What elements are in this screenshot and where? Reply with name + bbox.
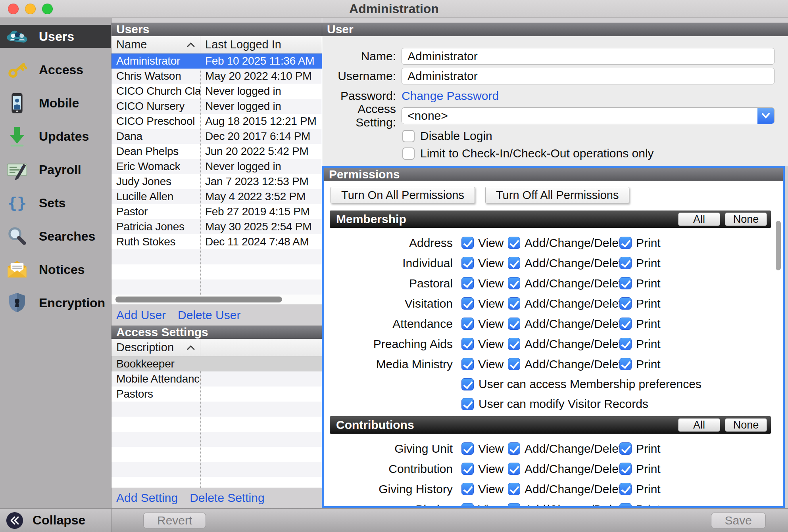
user-row[interactable]: CICO PreschoolAug 18 2015 12:21 PM <box>111 114 322 129</box>
section-all-button[interactable]: All <box>678 418 720 432</box>
acd-checkbox[interactable] <box>508 277 520 289</box>
print-checkbox[interactable] <box>619 318 632 330</box>
sidebar-item-payroll[interactable]: Payroll <box>0 158 111 181</box>
access-setting-row[interactable]: Pastors <box>111 387 322 402</box>
print-checkbox[interactable] <box>619 463 632 475</box>
view-checkbox[interactable] <box>461 483 474 495</box>
user-row[interactable]: Judy JonesJan 7 2023 12:53 PM <box>111 174 322 189</box>
user-row[interactable]: Ruth StokesDec 11 2024 7:48 AM <box>111 234 322 249</box>
acd-checkbox[interactable] <box>508 318 520 330</box>
delete-user-link[interactable]: Delete User <box>178 308 240 322</box>
view-checkbox[interactable] <box>461 338 474 350</box>
acd-checkbox[interactable] <box>508 338 520 350</box>
sidebar-item-users[interactable]: Users <box>0 25 111 48</box>
users-table-body[interactable]: AdministratorFeb 10 2025 11:36 AMChris W… <box>111 54 322 295</box>
add-setting-link[interactable]: Add Setting <box>116 491 178 505</box>
name-input[interactable] <box>402 48 775 65</box>
close-window-button[interactable] <box>8 4 19 14</box>
turn-off-all-permissions-button[interactable]: Turn Off All Permissions <box>485 187 629 203</box>
acd-checkbox[interactable] <box>508 483 520 495</box>
sidebar-item-mobile[interactable]: Mobile <box>0 92 111 115</box>
user-row[interactable]: CICO NurseryNever logged in <box>111 99 322 114</box>
view-checkbox[interactable] <box>461 358 474 370</box>
username-input[interactable] <box>402 68 775 84</box>
limit-checkin-checkbox[interactable] <box>402 147 415 160</box>
horizontal-scrollbar-thumb[interactable] <box>115 297 282 302</box>
delete-setting-link[interactable]: Delete Setting <box>190 491 264 505</box>
disable-login-row[interactable]: Disable Login <box>402 127 788 145</box>
section-none-button[interactable]: None <box>725 418 767 432</box>
sidebar-item-updates[interactable]: Updates <box>0 125 111 148</box>
user-row[interactable]: Patricia JonesMay 30 2025 2:54 PM <box>111 219 322 234</box>
view-checkbox[interactable] <box>461 277 474 289</box>
user-row[interactable]: Chris WatsonMay 20 2022 4:10 PM <box>111 69 322 84</box>
permission-extra-row[interactable]: User can modify Visitor Records <box>461 394 771 414</box>
acd-checkbox[interactable] <box>508 503 520 506</box>
print-checkbox[interactable] <box>619 277 632 289</box>
turn-on-all-permissions-button[interactable]: Turn On All Permissions <box>331 187 475 203</box>
acd-checkbox[interactable] <box>508 257 520 269</box>
user-row[interactable]: Lucille AllenMay 4 2022 3:52 PM <box>111 189 322 204</box>
permission-row-label: Address <box>330 236 453 250</box>
minimize-window-button[interactable] <box>25 4 36 14</box>
sidebar-item-encryption[interactable]: Encryption <box>0 291 111 314</box>
print-checkbox[interactable] <box>619 358 632 370</box>
acd-checkbox[interactable] <box>508 297 520 310</box>
permission-row-label: Visitation <box>330 297 453 310</box>
section-all-button[interactable]: All <box>678 212 720 226</box>
view-checkbox[interactable] <box>461 257 474 269</box>
print-checkbox[interactable] <box>619 503 632 506</box>
print-checkbox[interactable] <box>619 483 632 495</box>
user-row[interactable]: AdministratorFeb 10 2025 11:36 AM <box>111 54 322 69</box>
add-user-link[interactable]: Add User <box>116 308 166 322</box>
collapse-sidebar-button[interactable]: Collapse <box>0 509 111 532</box>
view-checkbox[interactable] <box>461 297 474 310</box>
extra-checkbox[interactable] <box>461 398 474 410</box>
sidebar-item-notices[interactable]: Notices <box>0 258 111 281</box>
permission-extra-row[interactable]: User can access Membership preferences <box>461 374 771 394</box>
chevron-down-icon[interactable] <box>757 108 774 124</box>
change-password-link[interactable]: Change Password <box>402 89 499 103</box>
section-none-button[interactable]: None <box>725 212 767 226</box>
user-form: Name: Username: Password: Change Passwor… <box>322 36 788 166</box>
users-horizontal-scrollbar[interactable] <box>111 295 322 305</box>
print-checkbox[interactable] <box>619 442 632 455</box>
user-row[interactable]: DanaDec 20 2017 6:14 PM <box>111 129 322 144</box>
sidebar-item-access[interactable]: Access <box>0 58 111 81</box>
extra-checkbox[interactable] <box>461 378 474 390</box>
acd-checkbox[interactable] <box>508 442 520 455</box>
view-checkbox[interactable] <box>461 463 474 475</box>
view-checkbox[interactable] <box>461 442 474 455</box>
acd-checkbox[interactable] <box>508 463 520 475</box>
print-cell: Print <box>619 236 661 250</box>
zoom-window-button[interactable] <box>42 4 53 14</box>
print-checkbox[interactable] <box>619 237 632 249</box>
view-checkbox[interactable] <box>461 318 474 330</box>
user-row[interactable]: Eric WomackNever logged in <box>111 159 322 174</box>
disable-login-checkbox[interactable] <box>402 130 415 142</box>
access-table-body[interactable]: BookkeeperMobile AttendancePastors <box>111 356 322 488</box>
limit-checkin-row[interactable]: Limit to Check-In/Check-Out operations o… <box>402 145 788 162</box>
user-row[interactable]: PastorFeb 27 2019 4:15 PM <box>111 204 322 219</box>
print-checkbox[interactable] <box>619 338 632 350</box>
access-setting-row[interactable]: Bookkeeper <box>111 356 322 371</box>
users-column-last-logged-in[interactable]: Last Logged In <box>200 36 322 53</box>
print-checkbox[interactable] <box>619 297 632 310</box>
users-column-name[interactable]: Name <box>111 36 200 53</box>
sidebar-item-sets[interactable]: {} Sets <box>0 191 111 214</box>
sidebar-item-searches[interactable]: Searches <box>0 225 111 248</box>
user-row[interactable]: Dean PhelpsJun 20 2022 5:42 PM <box>111 144 322 159</box>
view-checkbox[interactable] <box>461 503 474 506</box>
print-checkbox[interactable] <box>619 257 632 269</box>
vertical-scrollbar-thumb[interactable] <box>776 221 781 270</box>
acd-checkbox[interactable] <box>508 237 520 249</box>
access-column-description[interactable]: Description <box>111 339 200 356</box>
acd-checkbox[interactable] <box>508 358 520 370</box>
access-setting-dropdown[interactable]: <none> <box>402 107 775 124</box>
search-icon <box>6 225 29 248</box>
revert-button[interactable]: Revert <box>143 513 206 528</box>
view-checkbox[interactable] <box>461 237 474 249</box>
save-button[interactable]: Save <box>711 513 766 528</box>
user-row[interactable]: CICO Church ClassNever logged in <box>111 84 322 99</box>
access-setting-row[interactable]: Mobile Attendance <box>111 371 322 387</box>
